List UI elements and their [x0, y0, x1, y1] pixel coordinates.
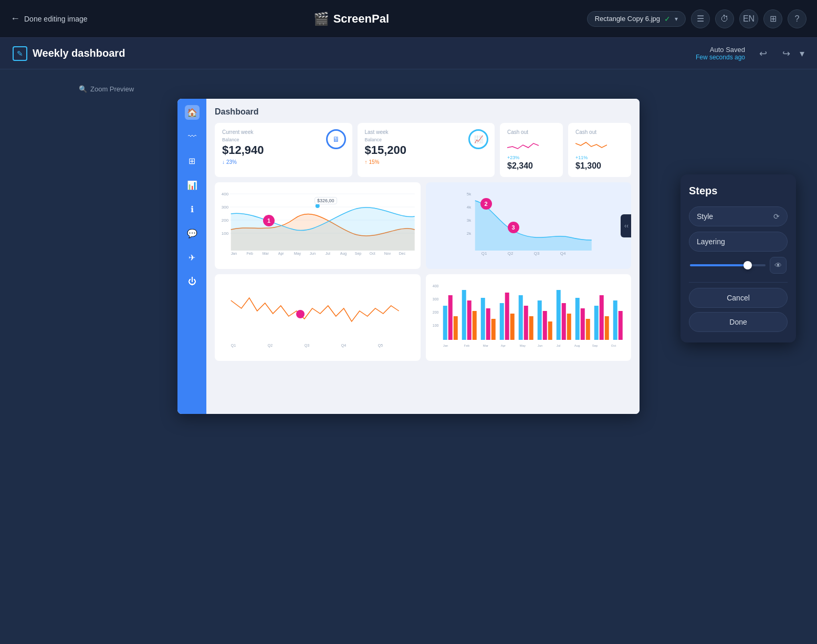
top-navigation: ← Done editing image 🎬 ScreenPal Rectang…: [0, 0, 817, 38]
svg-text:Mar: Mar: [483, 344, 488, 347]
svg-text:3k: 3k: [466, 218, 471, 223]
svg-rect-42: [467, 300, 471, 340]
stat-card-cash-out-1: Cash out +23% $2,340: [500, 123, 563, 177]
sidebar-flight-icon[interactable]: ✈: [185, 250, 200, 265]
back-button[interactable]: ← Done editing image: [11, 13, 116, 24]
down-arrow-icon: ↓: [222, 159, 225, 165]
svg-text:Oct: Oct: [611, 344, 616, 347]
svg-rect-47: [499, 303, 504, 340]
last-week-label: Last week: [365, 129, 488, 135]
sidebar-analytics-icon[interactable]: 〰: [185, 129, 200, 144]
current-week-change: ↓ 23%: [222, 159, 345, 165]
svg-rect-63: [599, 295, 603, 340]
visibility-toggle-button[interactable]: 👁: [770, 257, 787, 274]
back-arrow-icon: ←: [11, 13, 20, 24]
svg-text:Q1: Q1: [231, 344, 236, 348]
svg-text:Dec: Dec: [399, 252, 406, 255]
svg-rect-46: [491, 319, 495, 340]
opacity-row: 👁: [689, 257, 788, 274]
panel-divider: [689, 282, 788, 283]
svg-rect-45: [486, 308, 490, 340]
page-title: Weekly dashboard: [33, 47, 125, 59]
language-icon-button[interactable]: EN: [739, 9, 758, 28]
svg-rect-64: [604, 316, 609, 340]
svg-text:Mar: Mar: [263, 252, 269, 255]
autosave-label: Auto Saved: [696, 46, 745, 54]
cash-out-1-pct: +23%: [507, 155, 556, 160]
opacity-thumb[interactable]: [743, 261, 752, 269]
help-icon-button[interactable]: ?: [788, 9, 806, 28]
svg-text:Aug: Aug: [574, 344, 580, 347]
logo-area: 🎬 ScreenPal: [116, 12, 587, 26]
sidebar-chart-icon[interactable]: 📊: [185, 178, 200, 192]
step-marker-1: 1: [263, 215, 275, 226]
svg-rect-38: [443, 306, 447, 340]
svg-rect-44: [480, 298, 485, 340]
svg-text:Nov: Nov: [384, 252, 391, 255]
layering-button[interactable]: Layering: [689, 232, 788, 252]
svg-rect-59: [575, 298, 579, 340]
svg-text:200: 200: [222, 218, 229, 223]
help-icon: ?: [795, 14, 800, 24]
done-button[interactable]: Done: [689, 312, 788, 332]
sidebar-chat-icon[interactable]: 💬: [185, 226, 200, 241]
opacity-slider[interactable]: [690, 264, 766, 266]
stat-card-last-week: 📈 Last week Balance $15,200 ↑ 15%: [358, 123, 495, 177]
step-marker-3: 3: [508, 222, 519, 233]
line-marker-dot: [296, 310, 305, 318]
sidebar-grid-icon[interactable]: ⊞: [185, 153, 200, 168]
layers-icon-button[interactable]: ⊞: [763, 9, 782, 28]
svg-rect-56: [556, 290, 560, 340]
svg-rect-60: [580, 308, 584, 340]
svg-rect-49: [510, 314, 514, 340]
file-badge[interactable]: Rectangle Copy 6.jpg ✓ ▾: [587, 11, 686, 27]
svg-text:Oct: Oct: [370, 252, 375, 255]
menu-icon: ☰: [697, 14, 704, 24]
zoom-text: Zoom Preview: [90, 85, 134, 93]
svg-rect-52: [529, 316, 533, 340]
step-marker-2: 2: [480, 198, 492, 210]
line-chart-svg: 5k 4k 3k 2k Q1 Q2 Q3 Q4: [431, 188, 626, 256]
cash-out-1-label: Cash out: [507, 129, 556, 135]
svg-text:5k: 5k: [466, 192, 471, 196]
dashboard-main: Dashboard 🖥 Current week Balance $12,940…: [206, 99, 640, 414]
sidebar-home-icon[interactable]: 🏠: [185, 105, 200, 120]
svg-rect-61: [585, 319, 590, 340]
sidebar-info-icon[interactable]: ℹ: [185, 202, 200, 216]
line-chart-card-2: Q1 Q2 Q3 Q4 Q5: [215, 274, 421, 361]
chart-icon: 📈: [468, 129, 488, 149]
svg-rect-43: [472, 311, 476, 340]
svg-text:Feb: Feb: [247, 252, 253, 255]
svg-rect-48: [505, 293, 509, 340]
history-icon-button[interactable]: ⏱: [715, 9, 734, 28]
more-options-icon[interactable]: ▾: [800, 48, 804, 59]
svg-text:Q1: Q1: [481, 251, 487, 256]
redo-button[interactable]: ↪: [777, 44, 795, 63]
collapse-panel-handle[interactable]: ‹‹: [621, 214, 631, 237]
stat-card-current-week: 🖥 Current week Balance $12,940 ↓ 23%: [215, 123, 352, 177]
edit-icon: ✎: [13, 46, 27, 61]
svg-rect-54: [542, 311, 547, 340]
menu-icon-button[interactable]: ☰: [691, 9, 710, 28]
cash-out-sparkline-1: [507, 137, 539, 153]
history-icon: ⏱: [720, 14, 729, 24]
dashboard-preview: 🏠 〰 ⊞ 📊 ℹ 💬 ✈ ⏻ Dashboard 🖥 Current week…: [177, 99, 640, 414]
svg-text:Apr: Apr: [278, 252, 285, 256]
main-canvas-area: 🔍 Zoom Preview 🏠 〰 ⊞ 📊 ℹ 💬 ✈ ⏻ Dashboard…: [0, 69, 817, 644]
svg-text:Jun: Jun: [537, 344, 542, 347]
dashboard-sidebar: 🏠 〰 ⊞ 📊 ℹ 💬 ✈ ⏻: [177, 99, 206, 414]
svg-text:Sep: Sep: [355, 252, 362, 256]
undo-button[interactable]: ↩: [753, 44, 772, 63]
svg-rect-58: [567, 314, 571, 340]
area-chart-card: 1 $326,00 400 300 200 100: [215, 182, 421, 269]
svg-text:4k: 4k: [466, 205, 471, 210]
chart-row-1: 1 $326,00 400 300 200 100: [215, 182, 631, 269]
svg-text:400: 400: [222, 192, 229, 196]
chart-price-label: $326,00: [315, 197, 337, 204]
cancel-button[interactable]: Cancel: [689, 288, 788, 308]
sidebar-power-icon[interactable]: ⏻: [185, 274, 200, 289]
autosave-time: Few seconds ago: [696, 54, 745, 61]
checkmark-icon: ✓: [664, 15, 671, 23]
svg-rect-53: [537, 300, 541, 340]
style-button[interactable]: Style ⟳: [689, 206, 788, 226]
